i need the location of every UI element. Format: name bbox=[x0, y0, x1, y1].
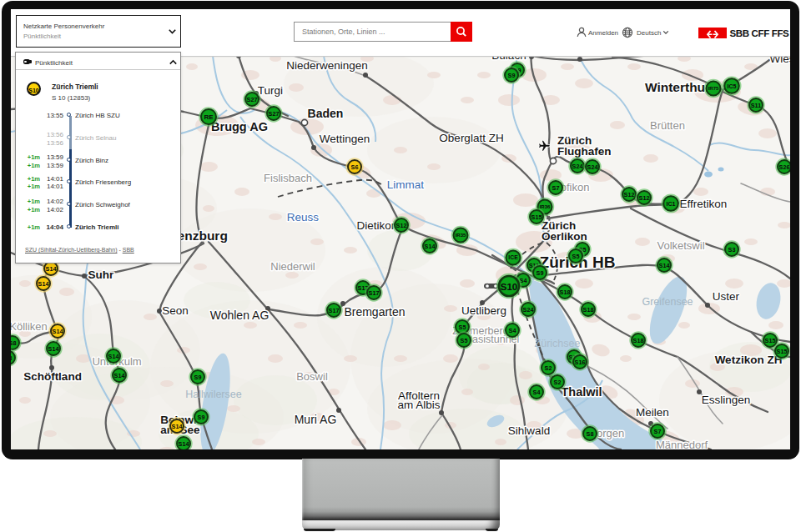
svg-text:S9: S9 bbox=[198, 414, 205, 421]
svg-text:Muri AG: Muri AG bbox=[295, 413, 337, 426]
svg-text:Seon: Seon bbox=[162, 304, 189, 317]
svg-text:IC5: IC5 bbox=[728, 83, 737, 89]
svg-text:Greifensee: Greifensee bbox=[642, 296, 693, 308]
svg-text:Flughafen: Flughafen bbox=[557, 145, 612, 158]
svg-text:S10: S10 bbox=[501, 282, 517, 292]
svg-text:IC1: IC1 bbox=[667, 201, 676, 207]
svg-text:Bremgarten: Bremgarten bbox=[344, 305, 405, 319]
svg-text:S3: S3 bbox=[728, 246, 736, 253]
svg-text:S15: S15 bbox=[765, 337, 776, 344]
svg-text:S4: S4 bbox=[533, 389, 541, 396]
svg-text:IR36: IR36 bbox=[540, 204, 551, 209]
svg-text:S14: S14 bbox=[172, 423, 183, 430]
svg-text:S5: S5 bbox=[459, 324, 466, 331]
svg-text:ICE: ICE bbox=[508, 254, 518, 260]
svg-text:Effretikon: Effretikon bbox=[680, 198, 728, 210]
svg-text:S14: S14 bbox=[659, 262, 670, 269]
svg-text:Brugg AG: Brugg AG bbox=[211, 120, 268, 133]
svg-text:S14: S14 bbox=[46, 265, 57, 273]
svg-text:S18: S18 bbox=[560, 289, 571, 296]
svg-text:S24: S24 bbox=[523, 306, 534, 314]
svg-text:S2: S2 bbox=[554, 379, 562, 386]
svg-text:S8: S8 bbox=[11, 339, 16, 347]
svg-text:Brütten: Brütten bbox=[650, 119, 685, 132]
svg-text:S14: S14 bbox=[53, 328, 63, 335]
svg-text:Schöftland: Schöftland bbox=[23, 370, 82, 383]
svg-text:S7: S7 bbox=[552, 184, 560, 192]
svg-text:S17: S17 bbox=[329, 307, 340, 314]
svg-text:Niederweningen: Niederweningen bbox=[286, 59, 368, 72]
svg-text:Männedorf: Männedorf bbox=[656, 439, 708, 449]
svg-text:S18: S18 bbox=[583, 306, 594, 314]
svg-text:S2: S2 bbox=[545, 364, 552, 372]
svg-text:Wettingen: Wettingen bbox=[320, 133, 370, 145]
svg-text:S14: S14 bbox=[48, 345, 59, 353]
svg-text:S12: S12 bbox=[396, 222, 407, 229]
svg-text:Baden: Baden bbox=[308, 107, 344, 120]
svg-text:S11: S11 bbox=[751, 102, 761, 109]
svg-text:Meilen: Meilen bbox=[636, 406, 669, 419]
svg-text:S4: S4 bbox=[509, 327, 516, 334]
svg-text:S16: S16 bbox=[575, 359, 586, 366]
svg-text:S8: S8 bbox=[11, 354, 12, 362]
svg-text:Zürichsee: Zürichsee bbox=[535, 338, 581, 349]
svg-text:Sihlwald: Sihlwald bbox=[508, 424, 550, 437]
svg-text:S8: S8 bbox=[587, 430, 594, 438]
svg-text:S18: S18 bbox=[633, 337, 644, 344]
svg-text:S27: S27 bbox=[269, 110, 280, 118]
svg-text:S15: S15 bbox=[777, 348, 788, 355]
svg-text:Wiesen: Wiesen bbox=[769, 56, 790, 65]
svg-text:RE: RE bbox=[204, 113, 214, 121]
svg-text:S9: S9 bbox=[194, 374, 202, 381]
svg-text:S14: S14 bbox=[425, 243, 436, 250]
svg-text:Kölliken: Kölliken bbox=[11, 320, 48, 333]
svg-text:S24: S24 bbox=[572, 163, 583, 170]
svg-text:S5: S5 bbox=[461, 337, 468, 344]
svg-text:IR35: IR35 bbox=[456, 233, 466, 238]
svg-text:Boswil: Boswil bbox=[296, 370, 328, 383]
svg-text:S24: S24 bbox=[587, 163, 598, 171]
svg-text:Thalwil: Thalwil bbox=[561, 385, 602, 399]
svg-text:S14: S14 bbox=[114, 372, 125, 379]
svg-text:IR75: IR75 bbox=[708, 86, 719, 91]
svg-text:am Albis: am Albis bbox=[397, 399, 440, 411]
svg-text:S14: S14 bbox=[179, 440, 189, 448]
svg-text:Hallwilersee: Hallwilersee bbox=[185, 389, 241, 400]
svg-text:S9: S9 bbox=[508, 72, 516, 79]
svg-text:S5: S5 bbox=[572, 253, 580, 260]
svg-text:Wohlen AG: Wohlen AG bbox=[210, 309, 270, 322]
svg-text:Suhr: Suhr bbox=[88, 269, 114, 281]
svg-text:Winterthur: Winterthur bbox=[645, 80, 710, 94]
svg-text:S6: S6 bbox=[351, 163, 359, 171]
svg-text:S7: S7 bbox=[654, 428, 662, 435]
svg-text:S26: S26 bbox=[779, 163, 790, 171]
svg-text:S14: S14 bbox=[38, 280, 49, 288]
svg-text:S9: S9 bbox=[537, 269, 544, 277]
svg-text:Uster: Uster bbox=[713, 290, 740, 303]
svg-text:S17: S17 bbox=[369, 289, 380, 297]
svg-text:Wetzikon ZH: Wetzikon ZH bbox=[715, 354, 783, 366]
svg-text:Oberglatt ZH: Oberglatt ZH bbox=[439, 132, 503, 144]
svg-text:S15: S15 bbox=[531, 213, 542, 221]
svg-text:S12: S12 bbox=[639, 194, 650, 202]
svg-text:S27: S27 bbox=[247, 96, 258, 103]
svg-text:Volketswil: Volketswil bbox=[657, 239, 704, 252]
svg-text:Fislisbach: Fislisbach bbox=[264, 172, 312, 184]
svg-text:Reuss: Reuss bbox=[287, 211, 320, 223]
svg-text:Dietikon: Dietikon bbox=[357, 219, 398, 232]
svg-text:Turgi: Turgi bbox=[258, 84, 283, 97]
svg-text:Niederwil: Niederwil bbox=[270, 260, 315, 273]
svg-text:S14: S14 bbox=[108, 353, 119, 360]
svg-text:Uetliberg: Uetliberg bbox=[461, 304, 506, 317]
svg-text:S12: S12 bbox=[624, 191, 635, 198]
svg-text:Limmat: Limmat bbox=[387, 178, 425, 191]
svg-text:Esslingen: Esslingen bbox=[702, 394, 751, 406]
